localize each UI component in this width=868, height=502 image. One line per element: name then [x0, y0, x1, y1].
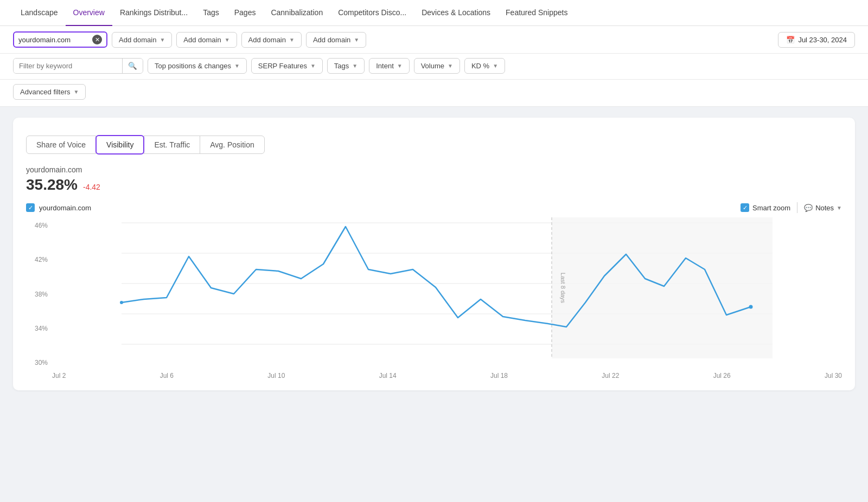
chart-svg: Last 8 days	[52, 217, 842, 369]
x-label-jul30: Jul 30	[825, 372, 842, 379]
chevron-down-icon: ▼	[354, 37, 359, 43]
chart-tab-row: Share of Voice Visibility Est. Traffic A…	[26, 128, 842, 155]
x-label-jul18: Jul 18	[490, 372, 508, 379]
keyword-filter-wrap: 🔍	[13, 58, 143, 74]
chevron-down-icon: ▼	[159, 37, 165, 43]
chevron-down-icon: ▼	[225, 37, 230, 43]
chevron-down-icon: ▼	[448, 63, 453, 69]
nav-competitors[interactable]: Competitors Disco...	[330, 0, 414, 26]
x-axis: Jul 2 Jul 6 Jul 10 Jul 14 Jul 18 Jul 22 …	[52, 371, 842, 379]
chart-svg-area: Last 8 days Jul 2 Jul 6 Jul 10 Jul 14 Ju…	[52, 217, 842, 379]
nav-devices[interactable]: Devices & Locations	[414, 0, 498, 26]
add-domain-3-button[interactable]: Add domain ▼	[241, 32, 302, 48]
y-axis: 46% 42% 38% 34% 30%	[26, 217, 52, 379]
notes-button[interactable]: 💬 Notes ▼	[804, 204, 842, 212]
nav-rankings[interactable]: Rankings Distribut...	[112, 0, 195, 26]
nav-tags[interactable]: Tags	[195, 0, 227, 26]
add-domain-2-button[interactable]: Add domain ▼	[176, 32, 237, 48]
chevron-down-icon: ▼	[289, 37, 295, 43]
x-label-jul26: Jul 26	[713, 372, 731, 379]
chart-legend: ✓ yourdomain.com	[26, 203, 91, 212]
tab-visibility[interactable]: Visibility	[95, 135, 144, 155]
checkmark-icon: ✓	[28, 204, 33, 211]
tab-est-traffic[interactable]: Est. Traffic	[144, 136, 200, 154]
stats-domain-label: yourdomain.com	[26, 165, 842, 174]
date-range-button[interactable]: 📅 Jul 23-30, 2024	[778, 32, 855, 48]
filter-row: 🔍 Top positions & changes ▼ SERP Feature…	[0, 54, 868, 80]
svg-rect-5	[552, 217, 773, 358]
svg-text:Last 8 days: Last 8 days	[560, 273, 566, 304]
chevron-down-icon: ▼	[74, 89, 79, 95]
kd-filter-button[interactable]: KD % ▼	[464, 58, 505, 74]
x-label-jul14: Jul 14	[379, 372, 397, 379]
divider	[797, 202, 797, 213]
chart-header: ✓ yourdomain.com ✓ Smart zoom 💬 Notes ▼	[26, 202, 842, 213]
nav-snippets[interactable]: Featured Snippets	[498, 0, 575, 26]
top-positions-button[interactable]: Top positions & changes ▼	[148, 58, 247, 74]
x-label-jul22: Jul 22	[602, 372, 619, 379]
main-content: Share of Voice Visibility Est. Traffic A…	[0, 107, 868, 401]
chevron-down-icon: ▼	[234, 63, 240, 69]
chevron-down-icon: ▼	[310, 63, 316, 69]
legend-domain-label: yourdomain.com	[39, 204, 91, 212]
y-label-34: 34%	[26, 325, 48, 332]
chevron-down-icon: ▼	[397, 63, 403, 69]
nav-pages[interactable]: Pages	[227, 0, 264, 26]
advanced-filters-button[interactable]: Advanced filters ▼	[13, 84, 86, 100]
chevron-down-icon: ▼	[837, 205, 842, 211]
search-icon: 🔍	[128, 62, 137, 70]
chevron-down-icon: ▼	[352, 63, 358, 69]
serp-features-button[interactable]: SERP Features ▼	[251, 58, 323, 74]
domain-input-wrap: ✕	[13, 31, 107, 48]
keyword-filter-input[interactable]	[14, 59, 122, 73]
tab-avg-position[interactable]: Avg. Position	[200, 136, 264, 154]
stats-change: -4.42	[83, 183, 100, 191]
x-label-jul10: Jul 10	[267, 372, 285, 379]
nav-landscape[interactable]: Landscape	[13, 0, 66, 26]
advanced-filters-row: Advanced filters ▼	[0, 80, 868, 107]
x-label-jul2: Jul 2	[52, 372, 66, 379]
chart-controls: ✓ Smart zoom 💬 Notes ▼	[741, 202, 842, 213]
nav-cannibalization[interactable]: Cannibalization	[263, 0, 330, 26]
y-label-30: 30%	[26, 359, 48, 366]
calendar-icon: 📅	[786, 36, 795, 44]
add-domain-1-button[interactable]: Add domain ▼	[112, 32, 172, 48]
search-button[interactable]: 🔍	[122, 59, 143, 73]
tags-filter-button[interactable]: Tags ▼	[327, 58, 365, 74]
tab-share-of-voice[interactable]: Share of Voice	[26, 136, 96, 154]
add-domain-4-button[interactable]: Add domain ▼	[306, 32, 366, 48]
top-navigation: Landscape Overview Rankings Distribut...…	[0, 0, 868, 26]
chart-container: 46% 42% 38% 34% 30%	[26, 217, 842, 379]
intent-filter-button[interactable]: Intent ▼	[369, 58, 409, 74]
close-domain-button[interactable]: ✕	[92, 35, 102, 44]
x-label-jul6: Jul 6	[160, 372, 174, 379]
legend-checkbox[interactable]: ✓	[26, 203, 35, 212]
checkmark-icon: ✓	[743, 204, 748, 211]
y-label-38: 38%	[26, 291, 48, 298]
stats-value: 35.28%	[26, 176, 78, 194]
svg-point-8	[120, 301, 123, 304]
domain-input[interactable]	[18, 36, 89, 44]
smart-zoom-label: Smart zoom	[752, 204, 790, 212]
chevron-down-icon: ▼	[493, 63, 498, 69]
nav-overview[interactable]: Overview	[66, 0, 112, 26]
svg-point-9	[749, 305, 753, 309]
stats-section: yourdomain.com 35.28% -4.42	[26, 165, 842, 194]
notes-icon: 💬	[804, 204, 813, 212]
toolbar-row1: ✕ Add domain ▼ Add domain ▼ Add domain ▼…	[0, 26, 868, 54]
visibility-chart-card: Share of Voice Visibility Est. Traffic A…	[13, 118, 855, 390]
volume-filter-button[interactable]: Volume ▼	[414, 58, 460, 74]
y-label-46: 46%	[26, 222, 48, 229]
y-label-42: 42%	[26, 256, 48, 263]
smart-zoom-checkbox[interactable]: ✓	[741, 203, 749, 212]
smart-zoom-control: ✓ Smart zoom	[741, 203, 790, 212]
